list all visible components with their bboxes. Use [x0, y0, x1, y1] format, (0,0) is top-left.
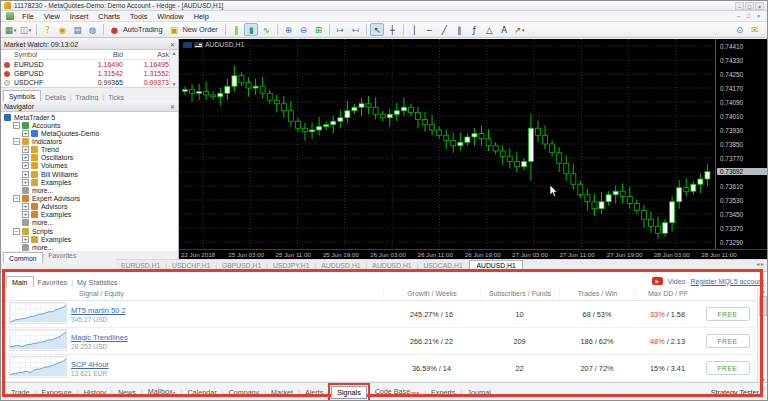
cursor-icon[interactable]: ↖	[370, 23, 384, 36]
column-maxdd-pf[interactable]: Max DD / PF	[635, 289, 700, 299]
equidistant-channel-icon[interactable]: ∥	[452, 23, 466, 36]
tree-item-examples[interactable]: +Examples	[1, 178, 178, 186]
vertical-line-icon[interactable]: │	[407, 23, 421, 36]
line-chart-icon[interactable]: ∿	[259, 23, 273, 36]
tree-item-scripts[interactable]: −Scripts	[1, 227, 178, 235]
signals-scrollbar[interactable]: ▲ ▼	[757, 288, 768, 382]
signal-name-link[interactable]: Magic Trendlines	[71, 333, 383, 342]
chart-window-icon[interactable]	[6, 12, 14, 20]
tree-item-examples[interactable]: +Examples	[1, 211, 178, 219]
tree-item-more-[interactable]: more...	[1, 219, 178, 227]
menu-item-charts[interactable]: Charts	[93, 12, 125, 21]
column-symbol[interactable]: Symbol	[14, 51, 72, 58]
tree-item-bill-williams[interactable]: +Bill Williams	[1, 170, 178, 178]
signal-row[interactable]: Magic Trendlines28 253 USD266.21% / 2220…	[1, 328, 768, 355]
chart-tab-7[interactable]: AUDUSD,H1	[469, 260, 522, 271]
signal-row[interactable]: SCP 4Hour13 621 EUR36.59% / 1422207 / 72…	[1, 355, 768, 382]
chart-tab-4[interactable]: AUDUSD,H1	[316, 262, 365, 269]
chart-shift-icon[interactable]: ↤	[348, 23, 362, 36]
tab-ticks[interactable]: Ticks	[104, 94, 128, 101]
column-signal-equity[interactable]: Signal / Equity	[71, 290, 383, 297]
chart-tab-5[interactable]: AUDUSD,H1	[367, 262, 416, 269]
new-order-label[interactable]: New Order	[182, 25, 217, 34]
signal-row[interactable]: MT5 martin 50 2345.27 USD245.27% / 16106…	[1, 301, 768, 328]
column-trades-win[interactable]: Trades / Win	[559, 289, 635, 299]
tab-symbols[interactable]: Symbols	[3, 90, 41, 101]
tree-item-metatrader-5[interactable]: MetaTrader 5	[1, 113, 178, 121]
bottom-tab-news[interactable]: News	[114, 388, 140, 397]
child-close-icon[interactable]: ×	[754, 12, 763, 20]
expand-icon[interactable]: +	[22, 171, 29, 178]
tree-item-advisors[interactable]: +Advisors	[1, 203, 178, 211]
bottom-tab-calendar[interactable]: Calendar	[183, 388, 220, 397]
bottom-tab-signals[interactable]: Signals	[331, 386, 367, 399]
column-ask[interactable]: Ask	[123, 51, 169, 58]
tree-item-oscillators[interactable]: +Oscillators	[1, 154, 178, 162]
bottom-tab-trade[interactable]: Trade	[7, 388, 34, 397]
tree-item-volumes[interactable]: +Volumes	[1, 162, 178, 170]
zoom-out-icon[interactable]: ⊖	[296, 23, 310, 36]
autotrading-label[interactable]: AutoTrading	[123, 25, 162, 34]
bottom-tab-exposure[interactable]: Exposure	[37, 388, 75, 397]
collapse-icon[interactable]: −	[13, 195, 20, 202]
video-link[interactable]: Video	[668, 278, 686, 285]
data-window-icon[interactable]: ▤	[71, 23, 85, 36]
status-bar-text[interactable]: Strategy Tester	[711, 388, 763, 397]
expand-icon[interactable]: +	[22, 162, 29, 169]
community-chat-icon[interactable]: ✉	[748, 23, 762, 36]
column-subscribers-funds[interactable]: Subscribers / Funds	[480, 289, 559, 299]
chart-window[interactable]: AUDUSD,H1 0.744100.743300.742500.741700.…	[179, 39, 768, 259]
chart-tab-3[interactable]: USDJPY,H1	[268, 262, 315, 269]
column-growth-weeks[interactable]: Growth / Weeks	[383, 289, 480, 299]
tree-item-indicators[interactable]: −Indicators	[1, 137, 178, 145]
chart-tab-0[interactable]: EURUSD,H1	[116, 262, 165, 269]
auto-scroll-icon[interactable]: ↦	[333, 23, 347, 36]
tree-item-metaquotes-demo[interactable]: +MetaQuotes-Demo	[1, 129, 178, 137]
close-icon[interactable]: ×	[755, 2, 764, 10]
bottom-tab-company[interactable]: Company	[224, 388, 263, 397]
column-bid[interactable]: Bid	[72, 51, 123, 58]
chart-tab-2[interactable]: GBPUSD,H1	[217, 262, 266, 269]
scroll-up-icon[interactable]: ▲	[758, 288, 768, 294]
arrows-icon[interactable]: ↗▾	[512, 23, 526, 36]
market-watch-row[interactable]: GBPUSD1.315421.31552	[1, 69, 178, 78]
menu-item-file[interactable]: File	[17, 12, 39, 21]
tree-item-examples[interactable]: +Examples	[1, 235, 178, 243]
tree-item-expert-advisors[interactable]: −Expert Advisors	[1, 194, 178, 202]
free-button[interactable]: FREE	[706, 334, 750, 348]
market-watch-scrollbar[interactable]: ▲▼	[169, 50, 178, 87]
collapse-icon[interactable]: −	[13, 228, 20, 235]
fibonacci-icon[interactable]: ƒ	[467, 23, 481, 36]
chart-tab-1[interactable]: USDCHF,H1	[167, 262, 215, 269]
panel-close-icon[interactable]: ✕	[170, 41, 175, 48]
expand-icon[interactable]: +	[22, 236, 29, 243]
menu-item-insert[interactable]: Insert	[65, 12, 93, 21]
autotrading-icon[interactable]: ●	[108, 23, 122, 36]
tree-item-more-[interactable]: more...	[1, 186, 178, 194]
maximize-icon[interactable]: □	[745, 2, 754, 10]
free-button[interactable]: FREE	[706, 361, 750, 375]
new-chart-icon[interactable]: ▦▾	[4, 23, 18, 36]
tab-scroll-arrows[interactable]: ◂ ▸	[756, 260, 764, 267]
market-watch-row[interactable]: USDCHF0.993650.99373	[1, 78, 178, 87]
bottom-tab-experts[interactable]: Experts	[427, 388, 459, 397]
shapes-icon[interactable]: △	[482, 23, 496, 36]
child-restore-icon[interactable]: □	[744, 12, 753, 20]
bottom-tab-journal[interactable]: Journal	[463, 388, 495, 397]
signals-tab-my-statistics[interactable]: My Statistics	[73, 278, 121, 287]
bottom-tab-alerts[interactable]: Alerts	[301, 388, 327, 397]
tab-common[interactable]: Common	[3, 252, 43, 263]
bottom-tab-code-base[interactable]: Code Base258	[371, 387, 424, 397]
signals-tab-main[interactable]: Main	[6, 276, 34, 287]
bottom-tab-market[interactable]: Market	[267, 388, 297, 397]
register-link[interactable]: Register MQL5 account	[690, 278, 764, 285]
search-icon[interactable]: ⊙	[733, 23, 747, 36]
expand-icon[interactable]: +	[22, 130, 29, 137]
tab-details[interactable]: Details	[41, 94, 70, 101]
chart-tab-6[interactable]: USDCAD,H1	[418, 262, 467, 269]
signal-name-link[interactable]: SCP 4Hour	[71, 360, 383, 369]
trendline-icon[interactable]: ╱	[437, 23, 451, 36]
market-watch-icon[interactable]: ◉	[56, 23, 70, 36]
signals-tab-favorites[interactable]: Favorites	[34, 278, 72, 287]
video-icon[interactable]: ▶	[652, 277, 663, 285]
